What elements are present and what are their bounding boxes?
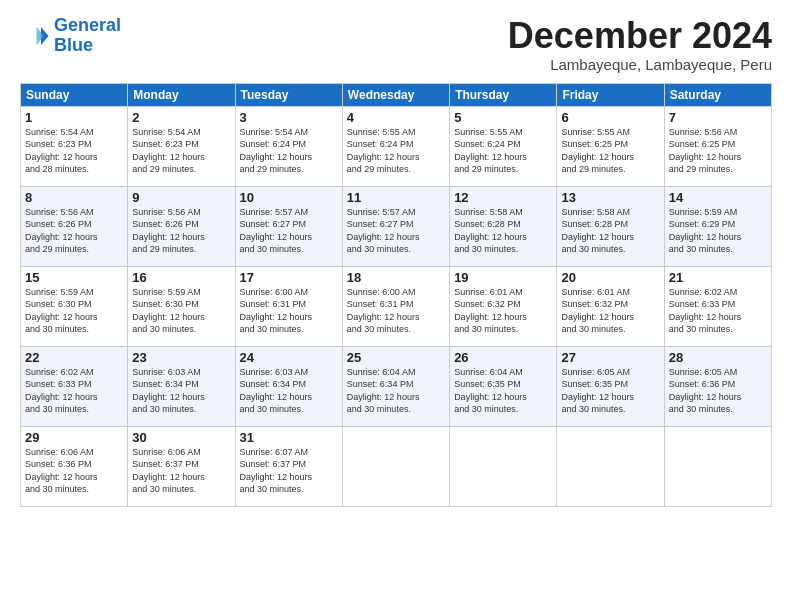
- calendar-cell: 15Sunrise: 5:59 AM Sunset: 6:30 PM Dayli…: [21, 266, 128, 346]
- calendar-cell: 21Sunrise: 6:02 AM Sunset: 6:33 PM Dayli…: [664, 266, 771, 346]
- calendar-cell: 29Sunrise: 6:06 AM Sunset: 6:36 PM Dayli…: [21, 426, 128, 506]
- calendar-cell: 6Sunrise: 5:55 AM Sunset: 6:25 PM Daylig…: [557, 106, 664, 186]
- calendar-cell: 20Sunrise: 6:01 AM Sunset: 6:32 PM Dayli…: [557, 266, 664, 346]
- day-number: 30: [132, 430, 230, 445]
- day-number: 20: [561, 270, 659, 285]
- calendar-cell: 10Sunrise: 5:57 AM Sunset: 6:27 PM Dayli…: [235, 186, 342, 266]
- week-row-1: 1Sunrise: 5:54 AM Sunset: 6:23 PM Daylig…: [21, 106, 772, 186]
- calendar-cell: [557, 426, 664, 506]
- day-info: Sunrise: 6:06 AM Sunset: 6:37 PM Dayligh…: [132, 446, 230, 496]
- calendar-cell: 22Sunrise: 6:02 AM Sunset: 6:33 PM Dayli…: [21, 346, 128, 426]
- day-number: 13: [561, 190, 659, 205]
- day-info: Sunrise: 6:00 AM Sunset: 6:31 PM Dayligh…: [347, 286, 445, 336]
- col-monday: Monday: [128, 83, 235, 106]
- col-tuesday: Tuesday: [235, 83, 342, 106]
- calendar-cell: 3Sunrise: 5:54 AM Sunset: 6:24 PM Daylig…: [235, 106, 342, 186]
- logo-text: General Blue: [54, 16, 121, 56]
- day-info: Sunrise: 6:01 AM Sunset: 6:32 PM Dayligh…: [561, 286, 659, 336]
- calendar-cell: 18Sunrise: 6:00 AM Sunset: 6:31 PM Dayli…: [342, 266, 449, 346]
- day-number: 1: [25, 110, 123, 125]
- day-number: 16: [132, 270, 230, 285]
- day-info: Sunrise: 6:04 AM Sunset: 6:34 PM Dayligh…: [347, 366, 445, 416]
- calendar-cell: 14Sunrise: 5:59 AM Sunset: 6:29 PM Dayli…: [664, 186, 771, 266]
- col-friday: Friday: [557, 83, 664, 106]
- calendar-cell: 2Sunrise: 5:54 AM Sunset: 6:23 PM Daylig…: [128, 106, 235, 186]
- day-number: 23: [132, 350, 230, 365]
- day-number: 5: [454, 110, 552, 125]
- day-info: Sunrise: 5:58 AM Sunset: 6:28 PM Dayligh…: [454, 206, 552, 256]
- day-number: 6: [561, 110, 659, 125]
- calendar-cell: 30Sunrise: 6:06 AM Sunset: 6:37 PM Dayli…: [128, 426, 235, 506]
- day-number: 24: [240, 350, 338, 365]
- col-saturday: Saturday: [664, 83, 771, 106]
- week-row-2: 8Sunrise: 5:56 AM Sunset: 6:26 PM Daylig…: [21, 186, 772, 266]
- calendar-cell: 12Sunrise: 5:58 AM Sunset: 6:28 PM Dayli…: [450, 186, 557, 266]
- header-row: Sunday Monday Tuesday Wednesday Thursday…: [21, 83, 772, 106]
- day-info: Sunrise: 5:56 AM Sunset: 6:26 PM Dayligh…: [25, 206, 123, 256]
- week-row-5: 29Sunrise: 6:06 AM Sunset: 6:36 PM Dayli…: [21, 426, 772, 506]
- day-info: Sunrise: 6:02 AM Sunset: 6:33 PM Dayligh…: [669, 286, 767, 336]
- day-info: Sunrise: 5:59 AM Sunset: 6:30 PM Dayligh…: [132, 286, 230, 336]
- calendar-cell: [450, 426, 557, 506]
- day-number: 14: [669, 190, 767, 205]
- day-number: 31: [240, 430, 338, 445]
- col-wednesday: Wednesday: [342, 83, 449, 106]
- day-info: Sunrise: 5:54 AM Sunset: 6:23 PM Dayligh…: [25, 126, 123, 176]
- day-number: 8: [25, 190, 123, 205]
- day-number: 12: [454, 190, 552, 205]
- calendar-cell: [664, 426, 771, 506]
- day-number: 19: [454, 270, 552, 285]
- day-number: 29: [25, 430, 123, 445]
- calendar-cell: 1Sunrise: 5:54 AM Sunset: 6:23 PM Daylig…: [21, 106, 128, 186]
- day-number: 28: [669, 350, 767, 365]
- day-number: 27: [561, 350, 659, 365]
- day-info: Sunrise: 6:04 AM Sunset: 6:35 PM Dayligh…: [454, 366, 552, 416]
- day-info: Sunrise: 6:00 AM Sunset: 6:31 PM Dayligh…: [240, 286, 338, 336]
- day-info: Sunrise: 6:03 AM Sunset: 6:34 PM Dayligh…: [132, 366, 230, 416]
- week-row-3: 15Sunrise: 5:59 AM Sunset: 6:30 PM Dayli…: [21, 266, 772, 346]
- day-info: Sunrise: 5:56 AM Sunset: 6:26 PM Dayligh…: [132, 206, 230, 256]
- calendar-cell: 17Sunrise: 6:00 AM Sunset: 6:31 PM Dayli…: [235, 266, 342, 346]
- calendar-cell: [342, 426, 449, 506]
- calendar-cell: 13Sunrise: 5:58 AM Sunset: 6:28 PM Dayli…: [557, 186, 664, 266]
- day-number: 4: [347, 110, 445, 125]
- day-number: 22: [25, 350, 123, 365]
- day-info: Sunrise: 6:01 AM Sunset: 6:32 PM Dayligh…: [454, 286, 552, 336]
- title-block: December 2024 Lambayeque, Lambayeque, Pe…: [508, 16, 772, 73]
- day-info: Sunrise: 5:57 AM Sunset: 6:27 PM Dayligh…: [240, 206, 338, 256]
- day-info: Sunrise: 5:55 AM Sunset: 6:25 PM Dayligh…: [561, 126, 659, 176]
- page: General Blue December 2024 Lambayeque, L…: [0, 0, 792, 612]
- day-info: Sunrise: 6:05 AM Sunset: 6:35 PM Dayligh…: [561, 366, 659, 416]
- col-thursday: Thursday: [450, 83, 557, 106]
- day-number: 15: [25, 270, 123, 285]
- week-row-4: 22Sunrise: 6:02 AM Sunset: 6:33 PM Dayli…: [21, 346, 772, 426]
- month-title: December 2024: [508, 16, 772, 56]
- day-number: 11: [347, 190, 445, 205]
- calendar-cell: 16Sunrise: 5:59 AM Sunset: 6:30 PM Dayli…: [128, 266, 235, 346]
- day-number: 17: [240, 270, 338, 285]
- day-info: Sunrise: 6:07 AM Sunset: 6:37 PM Dayligh…: [240, 446, 338, 496]
- subtitle: Lambayeque, Lambayeque, Peru: [508, 56, 772, 73]
- calendar-cell: 26Sunrise: 6:04 AM Sunset: 6:35 PM Dayli…: [450, 346, 557, 426]
- calendar-cell: 19Sunrise: 6:01 AM Sunset: 6:32 PM Dayli…: [450, 266, 557, 346]
- day-info: Sunrise: 6:06 AM Sunset: 6:36 PM Dayligh…: [25, 446, 123, 496]
- calendar-cell: 5Sunrise: 5:55 AM Sunset: 6:24 PM Daylig…: [450, 106, 557, 186]
- calendar-cell: 8Sunrise: 5:56 AM Sunset: 6:26 PM Daylig…: [21, 186, 128, 266]
- calendar-cell: 27Sunrise: 6:05 AM Sunset: 6:35 PM Dayli…: [557, 346, 664, 426]
- logo: General Blue: [20, 16, 121, 56]
- calendar-cell: 7Sunrise: 5:56 AM Sunset: 6:25 PM Daylig…: [664, 106, 771, 186]
- col-sunday: Sunday: [21, 83, 128, 106]
- day-info: Sunrise: 5:56 AM Sunset: 6:25 PM Dayligh…: [669, 126, 767, 176]
- day-number: 18: [347, 270, 445, 285]
- calendar-cell: 31Sunrise: 6:07 AM Sunset: 6:37 PM Dayli…: [235, 426, 342, 506]
- day-number: 3: [240, 110, 338, 125]
- calendar-cell: 28Sunrise: 6:05 AM Sunset: 6:36 PM Dayli…: [664, 346, 771, 426]
- calendar-cell: 11Sunrise: 5:57 AM Sunset: 6:27 PM Dayli…: [342, 186, 449, 266]
- day-number: 25: [347, 350, 445, 365]
- day-info: Sunrise: 5:59 AM Sunset: 6:30 PM Dayligh…: [25, 286, 123, 336]
- day-number: 2: [132, 110, 230, 125]
- calendar-cell: 24Sunrise: 6:03 AM Sunset: 6:34 PM Dayli…: [235, 346, 342, 426]
- day-info: Sunrise: 5:57 AM Sunset: 6:27 PM Dayligh…: [347, 206, 445, 256]
- calendar-cell: 25Sunrise: 6:04 AM Sunset: 6:34 PM Dayli…: [342, 346, 449, 426]
- day-number: 21: [669, 270, 767, 285]
